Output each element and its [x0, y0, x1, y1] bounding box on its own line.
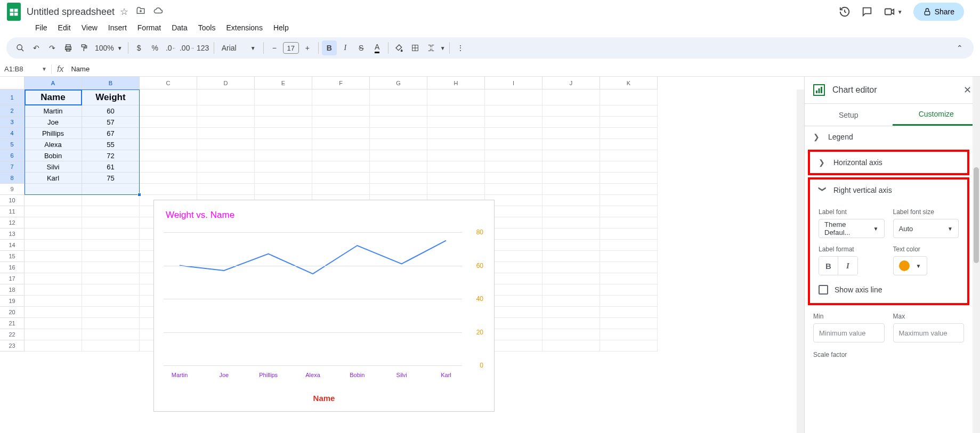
cell[interactable] — [542, 195, 600, 206]
star-icon[interactable]: ☆ — [120, 6, 128, 18]
cell[interactable] — [600, 329, 658, 340]
text-color-select[interactable]: ▼ — [893, 256, 927, 275]
cell[interactable] — [140, 184, 197, 195]
cell[interactable]: Karl — [25, 173, 82, 184]
cell[interactable] — [25, 273, 82, 284]
cell[interactable] — [600, 251, 658, 262]
cell[interactable] — [427, 117, 485, 128]
cell[interactable] — [542, 340, 600, 352]
cell[interactable] — [197, 173, 255, 184]
fill-color-button[interactable] — [392, 40, 407, 55]
menu-tools[interactable]: Tools — [194, 21, 220, 34]
cell[interactable] — [82, 284, 140, 296]
column-header[interactable]: C — [140, 77, 197, 89]
cell[interactable] — [197, 161, 255, 173]
menu-extensions[interactable]: Extensions — [222, 21, 266, 34]
cell[interactable] — [140, 105, 197, 117]
cell[interactable] — [542, 117, 600, 128]
vertical-scrollbar[interactable] — [797, 77, 804, 433]
cell[interactable] — [600, 206, 658, 217]
cell[interactable] — [82, 340, 140, 352]
cell[interactable] — [312, 105, 370, 117]
row-header[interactable]: 20 — [0, 307, 25, 318]
cell[interactable] — [542, 128, 600, 139]
cell[interactable] — [542, 251, 600, 262]
cell[interactable] — [600, 273, 658, 284]
cell[interactable] — [197, 139, 255, 150]
tab-setup[interactable]: Setup — [805, 104, 893, 126]
cell[interactable] — [485, 161, 542, 173]
section-legend[interactable]: ❯ Legend — [805, 126, 973, 148]
meet-icon[interactable]: ▼ — [884, 6, 903, 18]
cell[interactable] — [25, 318, 82, 329]
cell[interactable] — [140, 161, 197, 173]
column-header[interactable]: I — [485, 77, 542, 89]
cell[interactable] — [600, 161, 658, 173]
cell[interactable] — [542, 161, 600, 173]
cell[interactable] — [197, 184, 255, 195]
section-horizontal-axis[interactable]: ❯ Horizontal axis — [810, 152, 967, 173]
cell[interactable] — [600, 173, 658, 184]
cell[interactable] — [25, 217, 82, 228]
cell[interactable]: 67 — [82, 128, 140, 139]
cell[interactable] — [542, 206, 600, 217]
cell[interactable] — [25, 251, 82, 262]
cell[interactable] — [542, 262, 600, 273]
cell[interactable] — [82, 228, 140, 240]
cell[interactable] — [370, 128, 427, 139]
cell[interactable] — [25, 307, 82, 318]
cell[interactable] — [255, 161, 312, 173]
cell[interactable] — [82, 329, 140, 340]
cell[interactable] — [542, 273, 600, 284]
row-header[interactable]: 4 — [0, 128, 25, 139]
cell[interactable] — [255, 105, 312, 117]
cell[interactable] — [600, 128, 658, 139]
decrease-decimal-icon[interactable]: .0← — [164, 40, 179, 55]
row-header[interactable]: 12 — [0, 217, 25, 228]
cell[interactable] — [140, 173, 197, 184]
cell[interactable] — [255, 173, 312, 184]
cell[interactable] — [140, 89, 197, 105]
cell[interactable] — [312, 128, 370, 139]
sheets-logo[interactable] — [6, 2, 21, 21]
cell[interactable] — [542, 240, 600, 251]
decrease-font-icon[interactable]: − — [267, 40, 282, 55]
cell[interactable] — [600, 195, 658, 206]
cell[interactable] — [542, 307, 600, 318]
cell[interactable]: 75 — [82, 173, 140, 184]
cell[interactable] — [600, 105, 658, 117]
cell[interactable] — [197, 105, 255, 117]
cell[interactable] — [427, 105, 485, 117]
cell[interactable] — [82, 318, 140, 329]
cell[interactable] — [197, 150, 255, 161]
cell[interactable] — [485, 105, 542, 117]
tab-customize[interactable]: Customize — [893, 104, 981, 126]
cell[interactable] — [82, 296, 140, 307]
cell[interactable] — [312, 117, 370, 128]
undo-icon[interactable]: ↶ — [29, 40, 44, 55]
cell[interactable] — [600, 240, 658, 251]
cell[interactable] — [370, 117, 427, 128]
max-input[interactable] — [893, 323, 965, 342]
cell[interactable] — [600, 139, 658, 150]
cell[interactable] — [600, 262, 658, 273]
document-title[interactable]: Untitled spreadsheet — [27, 6, 115, 18]
cell[interactable] — [140, 139, 197, 150]
cell[interactable] — [140, 150, 197, 161]
cell[interactable] — [25, 195, 82, 206]
column-header[interactable]: G — [370, 77, 427, 89]
menu-view[interactable]: View — [77, 21, 102, 34]
paint-format-icon[interactable] — [77, 40, 92, 55]
cell[interactable] — [600, 296, 658, 307]
zoom-select[interactable]: 100% ▼ — [93, 40, 125, 55]
cell[interactable] — [485, 128, 542, 139]
cell[interactable] — [427, 161, 485, 173]
cell[interactable] — [542, 173, 600, 184]
cell[interactable] — [197, 128, 255, 139]
text-color-button[interactable]: A — [370, 40, 385, 55]
cell[interactable] — [25, 184, 82, 195]
cell[interactable] — [427, 89, 485, 105]
menu-edit[interactable]: Edit — [54, 21, 75, 34]
column-header[interactable]: E — [255, 77, 312, 89]
collapse-toolbar-icon[interactable]: ⌃ — [952, 40, 967, 55]
